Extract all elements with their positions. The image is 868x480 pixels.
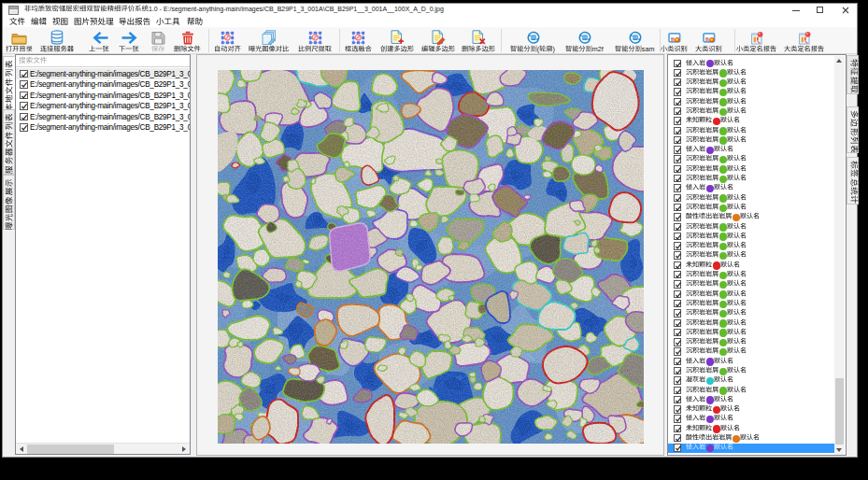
- svg-text:f: f: [602, 45, 604, 53]
- svg-text:g: g: [440, 6, 444, 13]
- svg-text:): ): [553, 45, 555, 53]
- svg-text:m: m: [649, 45, 655, 53]
- svg-text:(: (: [537, 45, 540, 53]
- svg-text:0: 0: [154, 6, 158, 12]
- svg-text:-: -: [160, 6, 163, 12]
